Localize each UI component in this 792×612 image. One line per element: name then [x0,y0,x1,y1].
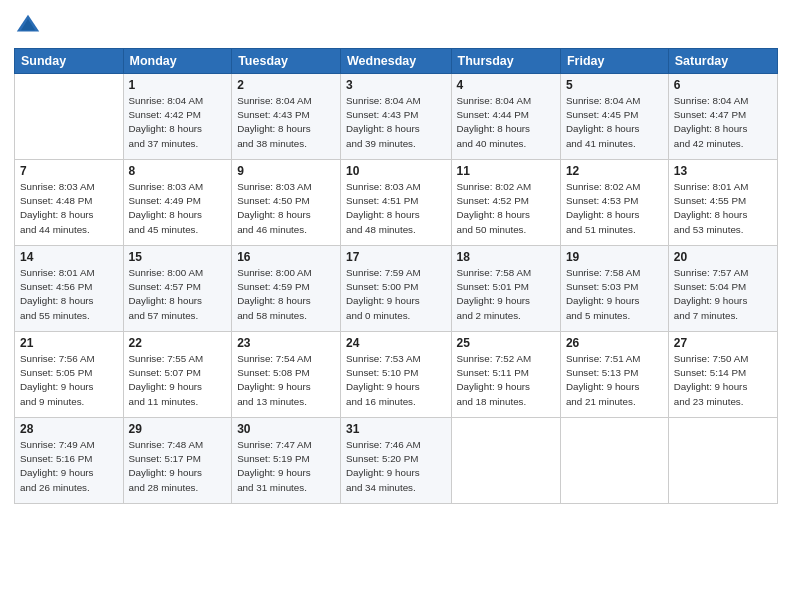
day-number: 19 [566,250,663,264]
calendar-cell: 14Sunrise: 8:01 AM Sunset: 4:56 PM Dayli… [15,246,124,332]
weekday-header: Thursday [451,49,560,74]
calendar-cell: 29Sunrise: 7:48 AM Sunset: 5:17 PM Dayli… [123,418,232,504]
day-number: 20 [674,250,772,264]
calendar-cell: 8Sunrise: 8:03 AM Sunset: 4:49 PM Daylig… [123,160,232,246]
calendar-cell: 10Sunrise: 8:03 AM Sunset: 4:51 PM Dayli… [341,160,451,246]
calendar-header-row: SundayMondayTuesdayWednesdayThursdayFrid… [15,49,778,74]
day-info: Sunrise: 7:59 AM Sunset: 5:00 PM Dayligh… [346,266,445,323]
calendar-cell: 23Sunrise: 7:54 AM Sunset: 5:08 PM Dayli… [232,332,341,418]
day-number: 27 [674,336,772,350]
day-number: 12 [566,164,663,178]
day-info: Sunrise: 8:04 AM Sunset: 4:47 PM Dayligh… [674,94,772,151]
calendar-cell: 4Sunrise: 8:04 AM Sunset: 4:44 PM Daylig… [451,74,560,160]
day-number: 17 [346,250,445,264]
day-info: Sunrise: 7:53 AM Sunset: 5:10 PM Dayligh… [346,352,445,409]
calendar-cell [560,418,668,504]
day-number: 16 [237,250,335,264]
day-info: Sunrise: 8:02 AM Sunset: 4:53 PM Dayligh… [566,180,663,237]
day-info: Sunrise: 7:49 AM Sunset: 5:16 PM Dayligh… [20,438,118,495]
calendar-cell: 25Sunrise: 7:52 AM Sunset: 5:11 PM Dayli… [451,332,560,418]
day-info: Sunrise: 7:51 AM Sunset: 5:13 PM Dayligh… [566,352,663,409]
calendar-week-row: 28Sunrise: 7:49 AM Sunset: 5:16 PM Dayli… [15,418,778,504]
day-number: 25 [457,336,555,350]
day-info: Sunrise: 8:01 AM Sunset: 4:55 PM Dayligh… [674,180,772,237]
calendar-cell: 21Sunrise: 7:56 AM Sunset: 5:05 PM Dayli… [15,332,124,418]
calendar-cell: 9Sunrise: 8:03 AM Sunset: 4:50 PM Daylig… [232,160,341,246]
day-info: Sunrise: 8:03 AM Sunset: 4:49 PM Dayligh… [129,180,227,237]
calendar-cell: 27Sunrise: 7:50 AM Sunset: 5:14 PM Dayli… [668,332,777,418]
day-info: Sunrise: 7:57 AM Sunset: 5:04 PM Dayligh… [674,266,772,323]
weekday-header: Saturday [668,49,777,74]
calendar-week-row: 14Sunrise: 8:01 AM Sunset: 4:56 PM Dayli… [15,246,778,332]
calendar-cell: 7Sunrise: 8:03 AM Sunset: 4:48 PM Daylig… [15,160,124,246]
day-info: Sunrise: 8:00 AM Sunset: 4:57 PM Dayligh… [129,266,227,323]
day-info: Sunrise: 7:50 AM Sunset: 5:14 PM Dayligh… [674,352,772,409]
weekday-header: Tuesday [232,49,341,74]
calendar-table: SundayMondayTuesdayWednesdayThursdayFrid… [14,48,778,504]
calendar-cell [15,74,124,160]
calendar-cell: 31Sunrise: 7:46 AM Sunset: 5:20 PM Dayli… [341,418,451,504]
weekday-header: Sunday [15,49,124,74]
calendar-cell: 30Sunrise: 7:47 AM Sunset: 5:19 PM Dayli… [232,418,341,504]
calendar-cell: 11Sunrise: 8:02 AM Sunset: 4:52 PM Dayli… [451,160,560,246]
day-info: Sunrise: 7:52 AM Sunset: 5:11 PM Dayligh… [457,352,555,409]
calendar-week-row: 1Sunrise: 8:04 AM Sunset: 4:42 PM Daylig… [15,74,778,160]
day-info: Sunrise: 8:01 AM Sunset: 4:56 PM Dayligh… [20,266,118,323]
calendar-cell: 5Sunrise: 8:04 AM Sunset: 4:45 PM Daylig… [560,74,668,160]
calendar-cell [668,418,777,504]
day-info: Sunrise: 7:56 AM Sunset: 5:05 PM Dayligh… [20,352,118,409]
day-number: 29 [129,422,227,436]
day-info: Sunrise: 8:04 AM Sunset: 4:44 PM Dayligh… [457,94,555,151]
calendar-cell: 16Sunrise: 8:00 AM Sunset: 4:59 PM Dayli… [232,246,341,332]
day-info: Sunrise: 8:04 AM Sunset: 4:42 PM Dayligh… [129,94,227,151]
day-info: Sunrise: 7:48 AM Sunset: 5:17 PM Dayligh… [129,438,227,495]
day-number: 11 [457,164,555,178]
day-number: 3 [346,78,445,92]
day-number: 9 [237,164,335,178]
page-container: SundayMondayTuesdayWednesdayThursdayFrid… [0,0,792,612]
day-info: Sunrise: 7:54 AM Sunset: 5:08 PM Dayligh… [237,352,335,409]
day-number: 14 [20,250,118,264]
day-number: 15 [129,250,227,264]
day-info: Sunrise: 7:58 AM Sunset: 5:03 PM Dayligh… [566,266,663,323]
day-number: 7 [20,164,118,178]
day-number: 21 [20,336,118,350]
day-info: Sunrise: 8:03 AM Sunset: 4:51 PM Dayligh… [346,180,445,237]
day-number: 24 [346,336,445,350]
day-number: 18 [457,250,555,264]
calendar-cell: 20Sunrise: 7:57 AM Sunset: 5:04 PM Dayli… [668,246,777,332]
calendar-cell: 1Sunrise: 8:04 AM Sunset: 4:42 PM Daylig… [123,74,232,160]
day-info: Sunrise: 8:04 AM Sunset: 4:45 PM Dayligh… [566,94,663,151]
calendar-cell: 12Sunrise: 8:02 AM Sunset: 4:53 PM Dayli… [560,160,668,246]
weekday-header: Monday [123,49,232,74]
day-number: 1 [129,78,227,92]
day-info: Sunrise: 7:47 AM Sunset: 5:19 PM Dayligh… [237,438,335,495]
day-info: Sunrise: 8:04 AM Sunset: 4:43 PM Dayligh… [237,94,335,151]
logo [14,12,46,40]
calendar-week-row: 21Sunrise: 7:56 AM Sunset: 5:05 PM Dayli… [15,332,778,418]
weekday-header: Wednesday [341,49,451,74]
calendar-cell: 2Sunrise: 8:04 AM Sunset: 4:43 PM Daylig… [232,74,341,160]
day-info: Sunrise: 8:00 AM Sunset: 4:59 PM Dayligh… [237,266,335,323]
calendar-cell: 17Sunrise: 7:59 AM Sunset: 5:00 PM Dayli… [341,246,451,332]
day-number: 10 [346,164,445,178]
calendar-cell: 28Sunrise: 7:49 AM Sunset: 5:16 PM Dayli… [15,418,124,504]
logo-icon [14,12,42,40]
day-number: 23 [237,336,335,350]
calendar-cell [451,418,560,504]
calendar-cell: 13Sunrise: 8:01 AM Sunset: 4:55 PM Dayli… [668,160,777,246]
day-info: Sunrise: 7:58 AM Sunset: 5:01 PM Dayligh… [457,266,555,323]
day-number: 28 [20,422,118,436]
day-number: 22 [129,336,227,350]
calendar-cell: 18Sunrise: 7:58 AM Sunset: 5:01 PM Dayli… [451,246,560,332]
calendar-cell: 15Sunrise: 8:00 AM Sunset: 4:57 PM Dayli… [123,246,232,332]
calendar-cell: 22Sunrise: 7:55 AM Sunset: 5:07 PM Dayli… [123,332,232,418]
day-info: Sunrise: 8:03 AM Sunset: 4:48 PM Dayligh… [20,180,118,237]
day-info: Sunrise: 7:46 AM Sunset: 5:20 PM Dayligh… [346,438,445,495]
day-number: 30 [237,422,335,436]
calendar-week-row: 7Sunrise: 8:03 AM Sunset: 4:48 PM Daylig… [15,160,778,246]
day-number: 8 [129,164,227,178]
calendar-cell: 26Sunrise: 7:51 AM Sunset: 5:13 PM Dayli… [560,332,668,418]
calendar-cell: 3Sunrise: 8:04 AM Sunset: 4:43 PM Daylig… [341,74,451,160]
day-number: 31 [346,422,445,436]
